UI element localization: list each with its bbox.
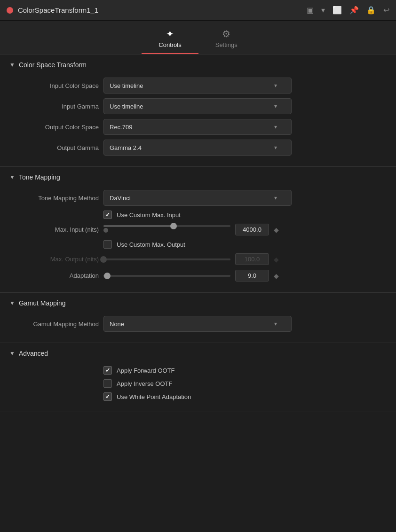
checkbox-use-custom-max-output[interactable] xyxy=(103,240,112,249)
label-use-white-point-adaptation: Use White Point Adaptation xyxy=(117,393,191,400)
section-header-tone-mapping[interactable]: ▼ Tone Mapping xyxy=(0,173,396,181)
checkmark-icon: ✓ xyxy=(105,393,110,400)
label-apply-inverse-ootf: Apply Inverse OOTF xyxy=(117,380,172,387)
tab-controls-label: Controls xyxy=(158,41,181,48)
checkbox-apply-forward-ootf[interactable]: ✓ xyxy=(103,366,112,375)
row-adaptation: Adaptation 9.0 ◆ xyxy=(0,267,396,284)
settings-icon: ⚙ xyxy=(222,28,230,39)
chevron-down-icon: ▾ xyxy=(274,144,277,151)
label-input-gamma: Input Gamma xyxy=(9,103,99,110)
chevron-down-icon: ▾ xyxy=(274,124,277,130)
row-apply-forward-ootf: ✓ Apply Forward OOTF xyxy=(94,364,396,377)
window-title: ColorSpaceTransform1_1 xyxy=(18,6,302,14)
dropdown-tone-mapping-method-value: DaVinci xyxy=(110,195,131,202)
chevron-tone-mapping-icon: ▼ xyxy=(9,174,15,180)
tab-settings[interactable]: ⚙ Settings xyxy=(198,25,254,54)
title-bar-icons: ▣ ▾ ⬜ 📌 🔒 ↩ xyxy=(307,6,389,15)
content-area: ▼ Color Space Transform Input Color Spac… xyxy=(0,55,396,412)
row-tone-mapping-method: Tone Mapping Method DaVinci ▾ xyxy=(0,188,396,208)
row-use-custom-max-output: Use Custom Max. Output xyxy=(94,238,396,251)
row-use-custom-max-input: ✓ Use Custom Max. Input xyxy=(94,208,396,221)
slider-max-input[interactable] xyxy=(103,225,230,227)
window-icon[interactable]: ⬜ xyxy=(333,6,342,15)
chevron-down-icon: ▾ xyxy=(274,82,277,89)
checkbox-use-white-point-adaptation[interactable]: ✓ xyxy=(103,392,112,401)
dropdown-input-gamma[interactable]: Use timeline ▾ xyxy=(103,98,292,114)
row-max-output: Max. Output (nits) 100.0 ◆ xyxy=(0,251,396,267)
dropdown-input-color-space-value: Use timeline xyxy=(110,82,143,89)
label-max-output: Max. Output (nits) xyxy=(9,256,99,263)
section-header-cst[interactable]: ▼ Color Space Transform xyxy=(0,61,396,69)
label-gamut-mapping-method: Gamut Mapping Method xyxy=(9,321,99,328)
dropdown-output-color-space[interactable]: Rec.709 ▾ xyxy=(103,119,292,135)
section-title-advanced: Advanced xyxy=(19,350,48,357)
row-gamut-mapping-method: Gamut Mapping Method None ▾ xyxy=(0,313,396,334)
chevron-advanced-icon: ▼ xyxy=(9,350,15,357)
dropdown-output-gamma-value: Gamma 2.4 xyxy=(110,144,142,151)
row-use-white-point-adaptation: ✓ Use White Point Adaptation xyxy=(94,390,396,403)
label-output-color-space: Output Color Space xyxy=(9,124,99,131)
section-gamut-mapping: ▼ Gamut Mapping Gamut Mapping Method Non… xyxy=(0,293,396,343)
row-output-gamma: Output Gamma Gamma 2.4 ▾ xyxy=(0,137,396,158)
diamond-max-output-icon: ◆ xyxy=(274,256,279,263)
section-title-gamut-mapping: Gamut Mapping xyxy=(19,299,66,307)
value-max-input[interactable]: 4000.0 xyxy=(235,224,269,235)
checkmark-icon: ✓ xyxy=(105,367,110,374)
slider-thumb-max-output xyxy=(100,256,107,263)
dropdown-tone-mapping-method[interactable]: DaVinci ▾ xyxy=(103,190,292,206)
value-max-output: 100.0 xyxy=(235,253,269,265)
slider-max-output xyxy=(103,258,230,260)
title-bar: ColorSpaceTransform1_1 ▣ ▾ ⬜ 📌 🔒 ↩ xyxy=(0,0,396,21)
row-input-gamma: Input Gamma Use timeline ▾ xyxy=(0,96,396,117)
row-input-color-space: Input Color Space Use timeline ▾ xyxy=(0,75,396,96)
dropdown-input-gamma-value: Use timeline xyxy=(110,103,143,110)
label-max-input: Max. Input (nits) xyxy=(9,226,99,233)
section-header-advanced[interactable]: ▼ Advanced xyxy=(0,350,396,357)
diamond-max-input-icon[interactable]: ◆ xyxy=(274,226,279,234)
close-button[interactable] xyxy=(7,7,13,14)
section-color-space-transform: ▼ Color Space Transform Input Color Spac… xyxy=(0,55,396,167)
label-use-custom-max-output: Use Custom Max. Output xyxy=(117,241,185,248)
lock-icon[interactable]: 🔒 xyxy=(366,6,376,15)
chevron-down-icon: ▾ xyxy=(274,195,277,201)
section-tone-mapping: ▼ Tone Mapping Tone Mapping Method DaVin… xyxy=(0,167,396,293)
label-tone-mapping-method: Tone Mapping Method xyxy=(9,195,99,202)
slider-thumb-adaptation[interactable] xyxy=(104,273,111,279)
chevron-down-icon: ▾ xyxy=(274,103,277,110)
dropdown-output-color-space-value: Rec.709 xyxy=(110,124,132,131)
tab-controls[interactable]: ✦ Controls xyxy=(142,25,198,54)
label-apply-forward-ootf: Apply Forward OOTF xyxy=(117,367,175,374)
label-output-gamma: Output Gamma xyxy=(9,144,99,151)
pin-icon[interactable]: 📌 xyxy=(349,6,359,15)
diamond-adaptation-icon[interactable]: ◆ xyxy=(274,272,279,280)
slider-adaptation[interactable] xyxy=(103,275,230,277)
chevron-down-icon[interactable]: ▾ xyxy=(321,6,325,15)
chevron-cst-icon: ▼ xyxy=(9,62,15,68)
section-title-cst: Color Space Transform xyxy=(19,61,87,69)
section-title-tone-mapping: Tone Mapping xyxy=(19,173,60,181)
history-icon[interactable]: ↩ xyxy=(383,6,389,15)
section-advanced: ▼ Advanced ✓ Apply Forward OOTF Apply In… xyxy=(0,343,396,412)
dropdown-output-gamma[interactable]: Gamma 2.4 ▾ xyxy=(103,140,292,156)
label-input-color-space: Input Color Space xyxy=(9,82,99,89)
dropdown-gamut-mapping-method-value: None xyxy=(110,321,124,328)
controls-icon: ✦ xyxy=(166,28,174,39)
value-adaptation[interactable]: 9.0 xyxy=(235,270,269,282)
row-max-input: Max. Input (nits) 4000.0 ◆ xyxy=(0,221,396,238)
checkbox-use-custom-max-input[interactable]: ✓ xyxy=(103,211,112,219)
label-adaptation: Adaptation xyxy=(9,272,99,279)
checkbox-apply-inverse-ootf[interactable] xyxy=(103,379,112,388)
chevron-down-icon: ▾ xyxy=(274,321,277,327)
tab-settings-label: Settings xyxy=(215,41,238,48)
row-apply-inverse-ootf: Apply Inverse OOTF xyxy=(94,377,396,390)
section-header-gamut-mapping[interactable]: ▼ Gamut Mapping xyxy=(0,299,396,307)
tabs-bar: ✦ Controls ⚙ Settings xyxy=(0,21,396,55)
label-use-custom-max-input: Use Custom Max. Input xyxy=(117,211,181,219)
dropdown-gamut-mapping-method[interactable]: None ▾ xyxy=(103,316,292,332)
row-output-color-space: Output Color Space Rec.709 ▾ xyxy=(0,117,396,137)
secondary-dot-icon xyxy=(103,228,108,233)
chevron-gamut-mapping-icon: ▼ xyxy=(9,300,15,306)
dropdown-input-color-space[interactable]: Use timeline ▾ xyxy=(103,78,292,94)
slider-thumb-max-input[interactable] xyxy=(170,223,177,229)
thumbnail-icon[interactable]: ▣ xyxy=(307,6,314,15)
